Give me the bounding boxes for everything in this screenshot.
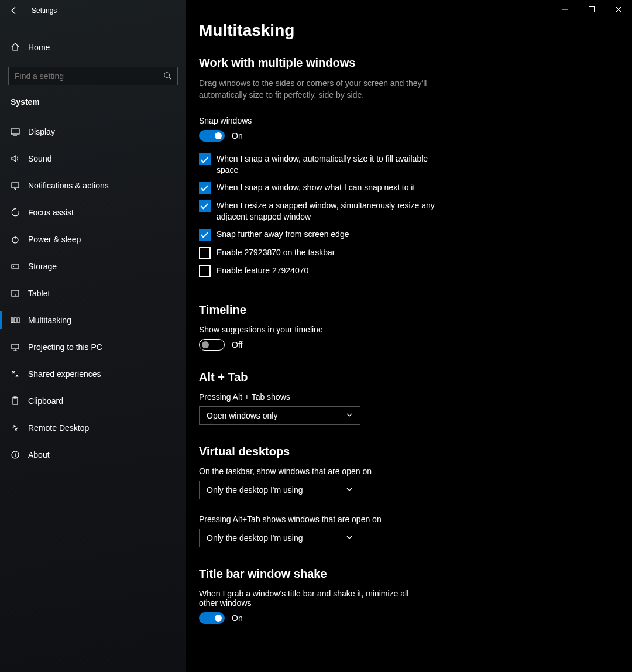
- snap-windows-label: Snap windows: [199, 116, 632, 125]
- search-input[interactable]: [15, 71, 156, 81]
- titlebar: Settings: [0, 0, 186, 21]
- snap-check-row: Enable 27923870 on the taskbar: [199, 247, 451, 259]
- sidebar-nav: Display Sound Notifications & actions Fo…: [0, 118, 186, 468]
- chevron-down-icon: [346, 411, 353, 420]
- maximize-button[interactable]: [578, 0, 605, 19]
- sidebar-item-sound[interactable]: Sound: [0, 145, 186, 172]
- sidebar-item-multitasking[interactable]: Multitasking: [0, 307, 186, 334]
- sidebar-item-remote-desktop[interactable]: Remote Desktop: [0, 414, 186, 441]
- virtual-taskbar-dropdown[interactable]: Only the desktop I'm using: [199, 481, 360, 499]
- snap-check-row: When I resize a snapped window, simultan…: [199, 200, 451, 222]
- sidebar-item-storage[interactable]: Storage: [0, 253, 186, 280]
- alttab-label: Pressing Alt + Tab shows: [199, 392, 632, 402]
- svg-rect-2: [12, 183, 19, 188]
- shake-toggle[interactable]: [199, 612, 225, 624]
- section-shake-heading: Title bar window shake: [199, 567, 632, 581]
- sidebar-item-tablet[interactable]: Tablet: [0, 280, 186, 307]
- virtual-alttab-dropdown[interactable]: Only the desktop I'm using: [199, 529, 360, 547]
- snap-options: When I snap a window, automatically size…: [199, 153, 451, 277]
- storage-icon: [11, 262, 28, 271]
- page-title: Multitasking: [199, 21, 632, 40]
- svg-rect-10: [12, 344, 19, 349]
- sidebar-home[interactable]: Home: [0, 34, 186, 61]
- snap-check-row: When I snap a window, show what I can sn…: [199, 182, 451, 194]
- app-title: Settings: [32, 6, 57, 15]
- sidebar-item-about[interactable]: About: [0, 441, 186, 468]
- svg-point-0: [164, 72, 170, 77]
- sidebar: Settings Home System Display Sound Notif…: [0, 0, 186, 672]
- remote-desktop-icon: [11, 423, 28, 433]
- chevron-down-icon: [346, 533, 353, 543]
- timeline-toggle[interactable]: [199, 339, 225, 351]
- multitasking-icon: [11, 316, 28, 325]
- virtual-label2: Pressing Alt+Tab shows windows that are …: [199, 515, 632, 524]
- chevron-down-icon: [346, 485, 353, 495]
- shake-label: When I grab a window's title bar and sha…: [199, 589, 427, 608]
- main-panel: Multitasking Work with multiple windows …: [186, 0, 632, 672]
- sidebar-item-focus-assist[interactable]: Focus assist: [0, 199, 186, 226]
- timeline-state: Off: [232, 340, 242, 349]
- power-icon: [11, 235, 28, 244]
- svg-rect-9: [18, 318, 19, 323]
- snap-checkbox-label: Enable 27923870 on the taskbar: [217, 247, 335, 258]
- focus-assist-icon: [11, 208, 28, 217]
- snap-windows-toggle[interactable]: [199, 130, 225, 142]
- snap-check-row: Enable feature 27924070: [199, 265, 451, 277]
- snap-check-row: Snap further away from screen edge: [199, 229, 451, 241]
- clipboard-icon: [11, 396, 28, 406]
- snap-windows-state: On: [232, 131, 243, 140]
- snap-checkbox-label: Enable feature 27924070: [217, 265, 308, 276]
- virtual-alttab-value: Only the desktop I'm using: [207, 533, 303, 543]
- window-controls: [551, 0, 632, 19]
- search-icon: [163, 71, 171, 81]
- section-work-heading: Work with multiple windows: [199, 56, 632, 70]
- virtual-label1: On the taskbar, show windows that are op…: [199, 467, 632, 476]
- snap-checkbox-3[interactable]: [199, 229, 211, 241]
- minimize-button[interactable]: [551, 0, 578, 19]
- svg-rect-11: [13, 397, 18, 404]
- projecting-icon: [11, 342, 28, 352]
- virtual-taskbar-value: Only the desktop I'm using: [207, 485, 303, 495]
- shared-experiences-icon: [11, 369, 28, 379]
- search-container: [8, 67, 178, 85]
- svg-point-5: [13, 266, 14, 267]
- snap-checkbox-4[interactable]: [199, 247, 211, 259]
- display-icon: [11, 127, 28, 136]
- content: Multitasking Work with multiple windows …: [186, 0, 632, 624]
- close-button[interactable]: [605, 0, 632, 19]
- sidebar-item-display[interactable]: Display: [0, 118, 186, 145]
- snap-checkbox-label: When I snap a window, show what I can sn…: [217, 182, 415, 193]
- alttab-dropdown[interactable]: Open windows only: [199, 406, 360, 425]
- snap-checkbox-label: When I snap a window, automatically size…: [217, 153, 451, 176]
- svg-rect-1: [11, 129, 19, 134]
- notifications-icon: [11, 181, 28, 190]
- sidebar-item-projecting[interactable]: Projecting to this PC: [0, 334, 186, 361]
- svg-rect-14: [589, 7, 595, 12]
- search-box[interactable]: [8, 67, 178, 85]
- snap-check-row: When I snap a window, automatically size…: [199, 153, 451, 176]
- section-timeline-heading: Timeline: [199, 303, 632, 317]
- svg-rect-7: [11, 318, 13, 323]
- snap-checkbox-label: When I resize a snapped window, simultan…: [217, 200, 451, 222]
- sidebar-item-clipboard[interactable]: Clipboard: [0, 388, 186, 414]
- timeline-label: Show suggestions in your timeline: [199, 325, 632, 334]
- snap-checkbox-2[interactable]: [199, 200, 211, 212]
- back-button[interactable]: [9, 6, 26, 15]
- about-icon: [11, 450, 28, 460]
- svg-rect-8: [14, 318, 16, 323]
- sidebar-home-label: Home: [28, 43, 50, 52]
- sound-icon: [11, 154, 28, 163]
- section-virtual-heading: Virtual desktops: [199, 445, 632, 458]
- work-description: Drag windows to the sides or corners of …: [199, 78, 427, 101]
- tablet-icon: [11, 289, 28, 298]
- section-alttab-heading: Alt + Tab: [199, 371, 632, 384]
- snap-checkbox-label: Snap further away from screen edge: [217, 229, 349, 240]
- shake-state: On: [232, 613, 243, 623]
- snap-checkbox-5[interactable]: [199, 265, 211, 277]
- alttab-value: Open windows only: [207, 411, 277, 420]
- snap-checkbox-0[interactable]: [199, 153, 211, 165]
- sidebar-item-shared-experiences[interactable]: Shared experiences: [0, 361, 186, 388]
- sidebar-item-power-sleep[interactable]: Power & sleep: [0, 226, 186, 253]
- snap-checkbox-1[interactable]: [199, 182, 211, 194]
- sidebar-item-notifications[interactable]: Notifications & actions: [0, 172, 186, 199]
